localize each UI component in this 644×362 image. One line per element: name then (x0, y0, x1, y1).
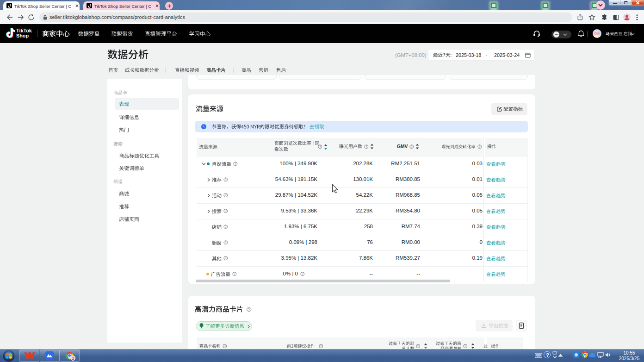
svg-text:?: ? (225, 256, 227, 260)
svg-text:?: ? (234, 272, 235, 275)
svg-text:?: ? (411, 145, 413, 148)
svg-text:?: ? (320, 344, 322, 348)
svg-text:?: ? (225, 225, 227, 228)
svg-text:?: ? (224, 344, 226, 348)
svg-text:?: ? (417, 344, 419, 348)
svg-text:?: ? (248, 307, 250, 311)
svg-text:?: ? (478, 145, 480, 148)
svg-text:?: ? (225, 193, 227, 197)
svg-text:?: ? (365, 145, 367, 148)
svg-text:?: ? (225, 209, 227, 212)
svg-text:?: ? (225, 241, 227, 244)
svg-text:?: ? (302, 272, 303, 275)
svg-text:?: ? (464, 344, 466, 348)
svg-text:?: ? (225, 178, 227, 181)
svg-text:?: ? (319, 145, 321, 148)
